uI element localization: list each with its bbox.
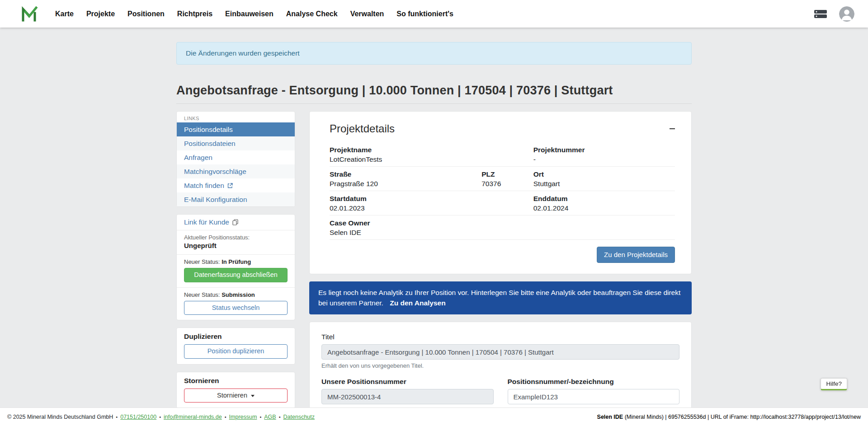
our-position-number-label: Unsere Positionsnummer: [321, 378, 494, 386]
current-status-value: Ungeprüft: [184, 242, 288, 249]
duplicate-title: Duplizieren: [184, 332, 288, 341]
sidebar-item-positionsdateien[interactable]: Positionsdateien: [177, 136, 295, 150]
footer: © 2025 Mineral Minds Deutschland GmbH 07…: [0, 407, 868, 426]
ort-value: Stuttgart: [533, 179, 675, 188]
projektnummer-label: Projektnummer: [533, 145, 675, 154]
customer-link[interactable]: Link für Kunde: [177, 215, 295, 230]
cancel-dropdown-button[interactable]: Stornieren: [184, 389, 288, 403]
caret-down-icon: [251, 395, 255, 397]
sidebar-item-match-finden-label: Match finden: [184, 182, 224, 190]
duplicate-position-button[interactable]: Position duplizieren: [184, 344, 288, 359]
ort-label: Ort: [533, 170, 675, 178]
user-avatar[interactable]: [839, 6, 854, 22]
field-projektnummer: Projektnummer -: [533, 145, 675, 164]
footer-link-agb[interactable]: AGB: [264, 414, 276, 420]
project-row-name-number: Projektname LotCreationTests Projektnumm…: [330, 142, 675, 167]
project-details-card: Projektdetails Projektname LotCreationTe…: [309, 111, 692, 274]
cancel-button-label: Stornieren: [217, 391, 247, 400]
footer-link-phone[interactable]: 07151/250100: [120, 414, 156, 420]
titel-input: [321, 344, 679, 360]
session-user: Selen IDE: [597, 414, 623, 420]
next-status-submission-section: Neuer Status: Submission Status wechseln: [177, 288, 295, 320]
go-to-analyses-link[interactable]: Zu den Analysen: [390, 299, 445, 307]
cancel-card: Stornieren Stornieren: [176, 372, 295, 407]
server-icon[interactable]: [814, 9, 827, 19]
separator-dot: [159, 414, 161, 420]
footer-link-email[interactable]: info@mineral-minds.de: [164, 414, 222, 420]
sidebar-item-email-konfiguration[interactable]: E-Mail Konfiguration: [177, 192, 295, 206]
project-row-owner: Case Owner Selen IDE: [330, 215, 675, 240]
separator-dot: [259, 414, 261, 420]
project-details-title: Projektdetails: [330, 122, 395, 135]
session-details: (Mineral Minds) | 69576255536d | URL of …: [623, 414, 861, 420]
current-status-section: Aktueller Positionsstatus: Ungeprüft: [177, 230, 295, 255]
enddatum-value: 02.01.2024: [533, 204, 675, 212]
main-content: Projektdetails Projektname LotCreationTe…: [309, 111, 692, 407]
complete-data-entry-button[interactable]: Datenerfassung abschließen: [184, 268, 288, 282]
copy-icon: [232, 219, 238, 225]
next-status-pruefung-section: Neuer Status: In Prüfung Datenerfassung …: [177, 255, 295, 288]
startdatum-label: Startdatum: [330, 194, 533, 203]
field-case-owner: Case Owner Selen IDE: [330, 219, 675, 237]
field-strasse: Straße Pragstraße 120: [330, 170, 481, 188]
project-row-address: Straße Pragstraße 120 PLZ 70376 Ort Stut…: [330, 167, 675, 191]
duplicate-card-body: Duplizieren Position duplizieren: [177, 328, 295, 364]
status-card: Link für Kunde Aktueller Positionsstatus…: [176, 214, 295, 320]
main-nav: Karte Projekte Positionen Richtpreis Ein…: [49, 5, 460, 23]
go-to-project-details-button[interactable]: Zu den Projektdetails: [597, 247, 675, 263]
custom-position-number-field: Positionsnummer/-bezeichnung Z.B. Intern…: [508, 378, 680, 407]
session-info: Selen IDE (Mineral Minds) | 69576255536d…: [597, 414, 861, 420]
links-header: LINKS: [177, 112, 295, 122]
next-status-submission-value: Submission: [222, 291, 255, 298]
field-startdatum: Startdatum 02.01.2023: [330, 194, 533, 212]
copyright-text: © 2025 Mineral Minds Deutschland GmbH: [7, 414, 113, 420]
sidebar-links-card: LINKS Positionsdetails Positionsdateien …: [176, 111, 295, 207]
logo-icon: [20, 6, 38, 22]
next-status-prefix: Neuer Status:: [184, 258, 220, 265]
content-layout: LINKS Positionsdetails Positionsdateien …: [176, 111, 692, 407]
nav-item-projekte[interactable]: Projekte: [80, 5, 121, 23]
change-status-button[interactable]: Status wechseln: [184, 301, 288, 315]
footer-left: © 2025 Mineral Minds Deutschland GmbH 07…: [7, 414, 315, 420]
customer-link-label: Link für Kunde: [184, 218, 229, 226]
strasse-label: Straße: [330, 170, 481, 178]
brand-logo[interactable]: [20, 6, 38, 22]
sidebar-item-anfragen[interactable]: Anfragen: [177, 150, 295, 164]
footer-link-datenschutz[interactable]: Datenschutz: [283, 414, 315, 420]
titel-help: Erhält den von uns vorgegebenen Titel.: [321, 362, 679, 369]
nav-item-so-funktionierts[interactable]: So funktioniert's: [390, 5, 460, 23]
sidebar-item-match-finden[interactable]: Match finden: [177, 178, 295, 192]
title-divider: [176, 103, 692, 104]
page-body: Die Änderungen wurden gespeichert Angebo…: [0, 28, 868, 407]
next-status-pruefung-text: Neuer Status: In Prüfung: [184, 258, 288, 265]
external-link-icon: [227, 183, 233, 188]
sidebar-item-positionsdetails[interactable]: Positionsdetails: [177, 122, 295, 136]
sidebar: LINKS Positionsdetails Positionsdateien …: [176, 111, 295, 407]
custom-position-number-input[interactable]: [508, 389, 680, 404]
nav-item-verwalten[interactable]: Verwalten: [344, 5, 391, 23]
nav-item-richtpreis[interactable]: Richtpreis: [171, 5, 219, 23]
plz-label: PLZ: [481, 170, 533, 178]
our-position-number-field: Unsere Positionsnummer Erhält eine syste…: [321, 378, 494, 407]
save-success-alert: Die Änderungen wurden gespeichert: [176, 42, 692, 65]
footer-link-impressum[interactable]: Impressum: [229, 414, 257, 420]
nav-item-einbauweisen[interactable]: Einbauweisen: [219, 5, 280, 23]
sidebar-item-matchingvorschlaege[interactable]: Matchingvorschläge: [177, 164, 295, 178]
server-icon-glyph: [814, 9, 827, 19]
separator-dot: [279, 414, 281, 420]
separator-dot: [116, 414, 118, 420]
projektnummer-value: -: [533, 155, 675, 164]
help-button[interactable]: Hilfe?: [821, 378, 847, 390]
collapse-icon[interactable]: [667, 125, 675, 133]
cancel-title: Stornieren: [184, 377, 288, 385]
user-avatar-icon: [839, 6, 854, 22]
case-owner-label: Case Owner: [330, 219, 675, 227]
field-enddatum: Enddatum 02.01.2024: [533, 194, 675, 212]
field-projektname: Projektname LotCreationTests: [330, 145, 533, 164]
nav-item-positionen[interactable]: Positionen: [121, 5, 171, 23]
custom-position-number-label: Positionsnummer/-bezeichnung: [508, 378, 680, 386]
field-plz: PLZ 70376: [481, 170, 533, 188]
nav-item-karte[interactable]: Karte: [49, 5, 80, 23]
projektname-label: Projektname: [330, 145, 533, 154]
nav-item-analyse-check[interactable]: Analyse Check: [280, 5, 344, 23]
